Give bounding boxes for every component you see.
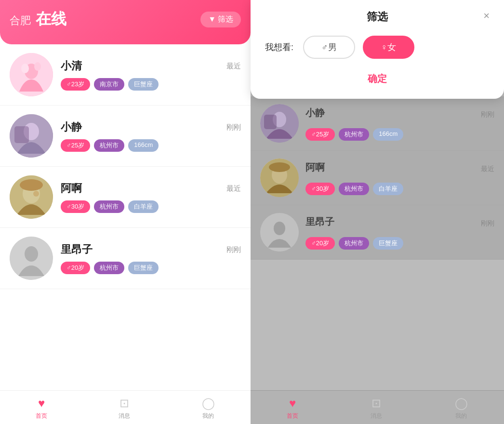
gender-female-button[interactable]: ♀女 (363, 36, 415, 59)
avatar-placeholder (260, 213, 299, 252)
right-nav-item-profile[interactable]: ◯ 我的 (455, 397, 468, 420)
bottom-nav: ♥ 首页 ⊡ 消息 ◯ 我的 (0, 390, 251, 424)
tag: ♂20岁 (305, 237, 335, 250)
tag: ♂25岁 (305, 128, 335, 141)
home-icon: ♥ (38, 397, 45, 410)
user-name-row: 小清 最近 (61, 59, 241, 73)
header-left: 合肥 在线 (10, 9, 66, 30)
filter-label: 我想看: (265, 41, 293, 53)
close-button[interactable]: × (483, 10, 490, 22)
user-name: 里昂子 (305, 215, 334, 228)
tag: 巨蟹座 (373, 237, 403, 250)
left-panel: 合肥 在线 ▼ 筛选 小清 最近 (0, 0, 251, 424)
nav-label-home: 首页 (36, 412, 47, 420)
user-info: 小静 刚刚 ♂25岁 杭州市 166cm (305, 106, 494, 141)
avatar-image (10, 114, 53, 158)
right-panel: 筛选 × 我想看: ♂男 ♀女 确定 (251, 0, 504, 424)
svg-point-10 (33, 191, 39, 197)
user-info: 小静 刚刚 ♂25岁 杭州市 166cm (61, 120, 241, 152)
tag: 杭州市 (339, 237, 369, 250)
user-name: 小静 (305, 106, 325, 119)
user-name: 小清 (61, 59, 82, 73)
svg-rect-6 (14, 126, 29, 143)
list-item[interactable]: 阿啊 最近 ♂30岁 杭州市 白羊座 (0, 167, 251, 228)
svg-point-2 (21, 64, 29, 73)
avatar (10, 53, 53, 96)
list-item[interactable]: 小静 刚刚 ♂25岁 杭州市 166cm (0, 106, 251, 167)
filter-button[interactable]: ▼ 筛选 (200, 12, 241, 27)
avatar (10, 237, 53, 280)
user-info: 小清 最近 ♂23岁 南京市 巨蟹座 (61, 59, 241, 91)
nav-item-home[interactable]: ♥ 首页 (36, 397, 47, 420)
user-name: 里昂子 (61, 242, 93, 257)
tag: ♂25岁 (61, 139, 90, 152)
tag: ♂30岁 (61, 200, 90, 213)
avatar (260, 104, 299, 143)
svg-point-20 (274, 222, 285, 235)
user-name-row: 里昂子 刚刚 (305, 215, 494, 232)
tag: 巨蟹座 (128, 78, 159, 91)
list-item: 小静 刚刚 ♂25岁 杭州市 166cm (251, 96, 504, 151)
tag: 166cm (128, 139, 159, 152)
tag: 巨蟹座 (128, 262, 159, 274)
svg-rect-15 (264, 115, 277, 129)
svg-point-18 (269, 162, 290, 172)
dialog-title-row: 筛选 × (265, 10, 490, 24)
tag: 白羊座 (373, 183, 403, 195)
nav-label-home: 首页 (287, 412, 298, 420)
nav-label-profile: 我的 (455, 412, 467, 420)
avatar-image (10, 175, 53, 219)
nav-item-messages[interactable]: ⊡ 消息 (119, 397, 130, 420)
avatar-image (10, 53, 53, 96)
svg-point-3 (34, 62, 41, 71)
header: 合肥 在线 ▼ 筛选 (0, 0, 251, 44)
user-list: 小清 最近 ♂23岁 南京市 巨蟹座 (0, 44, 251, 390)
svg-point-12 (25, 246, 38, 262)
user-name-row: 阿啊 最近 (305, 161, 494, 178)
user-info: 阿啊 最近 ♂30岁 杭州市 白羊座 (61, 181, 241, 213)
user-tags: ♂25岁 杭州市 166cm (61, 139, 241, 152)
avatar (10, 114, 53, 158)
svg-point-9 (20, 179, 43, 191)
message-icon: ⊡ (119, 397, 129, 410)
nav-label-profile: 我的 (202, 412, 214, 420)
user-name-row: 小静 刚刚 (305, 106, 494, 123)
tag: 杭州市 (339, 183, 369, 195)
user-name-row: 小静 刚刚 (61, 120, 241, 134)
user-time: 最近 (226, 184, 241, 193)
user-tags: ♂20岁 杭州市 巨蟹座 (305, 237, 494, 250)
filter-label: 筛选 (218, 14, 233, 25)
user-info: 里昂子 刚刚 ♂20岁 杭州市 巨蟹座 (305, 215, 494, 250)
nav-label-messages: 消息 (371, 412, 382, 420)
tag: 杭州市 (94, 139, 124, 152)
right-nav-item-home[interactable]: ♥ 首页 (287, 397, 298, 420)
user-name-row: 阿啊 最近 (61, 181, 241, 196)
avatar-placeholder (10, 237, 53, 280)
status-label: 在线 (36, 9, 66, 30)
nav-item-profile[interactable]: ◯ 我的 (202, 397, 215, 420)
tag: 杭州市 (94, 200, 124, 213)
confirm-button[interactable]: 确定 (265, 70, 490, 87)
tag: 166cm (373, 128, 403, 141)
user-tags: ♂20岁 杭州市 巨蟹座 (61, 262, 241, 274)
filter-dialog: 筛选 × 我想看: ♂男 ♀女 确定 (251, 0, 504, 99)
list-item[interactable]: 里昂子 刚刚 ♂20岁 杭州市 巨蟹座 (0, 228, 251, 289)
user-tags: ♂23岁 南京市 巨蟹座 (61, 78, 241, 91)
user-name-row: 里昂子 刚刚 (61, 242, 241, 257)
profile-icon: ◯ (202, 397, 215, 410)
list-item[interactable]: 小清 最近 ♂23岁 南京市 巨蟹座 (0, 44, 251, 106)
message-icon: ⊡ (371, 397, 381, 410)
city-label: 合肥 (10, 13, 31, 28)
list-item: 里昂子 刚刚 ♂20岁 杭州市 巨蟹座 (251, 205, 504, 260)
right-nav-item-messages[interactable]: ⊡ 消息 (371, 397, 382, 420)
avatar (260, 213, 299, 252)
user-time: 刚刚 (481, 110, 494, 119)
tag: 杭州市 (94, 262, 124, 274)
tag: ♂30岁 (305, 183, 335, 195)
user-tags: ♂30岁 杭州市 白羊座 (61, 200, 241, 213)
tag: ♂20岁 (61, 262, 90, 274)
gender-male-button[interactable]: ♂男 (303, 36, 355, 59)
tag: 南京市 (94, 78, 124, 91)
user-name: 小静 (61, 120, 82, 134)
user-info: 阿啊 最近 ♂30岁 杭州市 白羊座 (305, 161, 494, 195)
